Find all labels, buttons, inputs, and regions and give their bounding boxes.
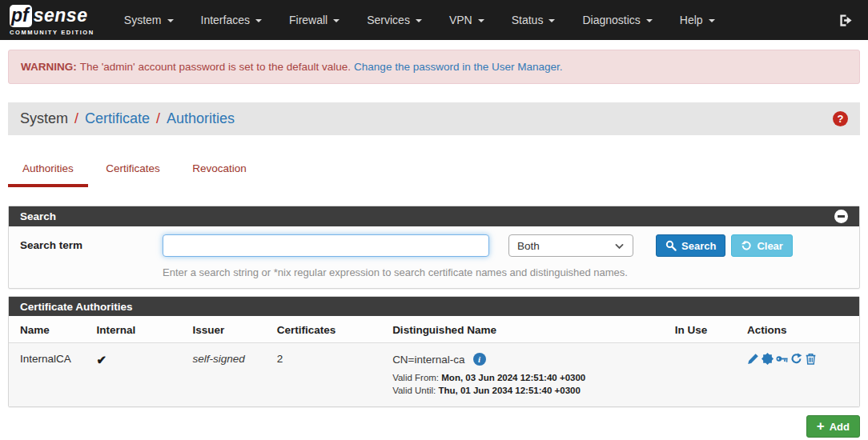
caret-down-icon bbox=[255, 19, 262, 22]
column-actions: Actions bbox=[736, 316, 859, 343]
search-help-text: Enter a search string or *nix regular ex… bbox=[163, 266, 848, 278]
column-distinguished-name: Distinguished Name bbox=[381, 316, 664, 343]
logo-sense-text: sense bbox=[34, 5, 88, 26]
menu-firewall[interactable]: Firewall bbox=[275, 0, 353, 40]
warning-message: The 'admin' account password is set to t… bbox=[80, 61, 351, 73]
search-panel: Search Search term Both Search Clear En bbox=[8, 206, 860, 289]
breadcrumb-separator: / bbox=[74, 110, 78, 127]
collapse-panel-icon[interactable] bbox=[834, 210, 848, 223]
caret-down-icon bbox=[549, 19, 555, 22]
export-ca-certificate-icon[interactable] bbox=[762, 353, 774, 365]
ca-panel-title: Certificate Authorities bbox=[20, 301, 133, 313]
ca-table: Name Internal Issuer Certificates Distin… bbox=[9, 316, 859, 406]
password-warning-alert: WARNING:The 'admin' account password is … bbox=[8, 50, 860, 84]
column-name: Name bbox=[9, 316, 86, 343]
top-navbar: pf sense COMMUNITY EDITION System Interf… bbox=[0, 0, 868, 40]
certificate-authorities-panel: Certificate Authorities Name Internal Is… bbox=[8, 296, 860, 407]
breadcrumb: System / Certificate / Authorities ? bbox=[8, 102, 860, 135]
menu-diagnostics[interactable]: Diagnostics bbox=[569, 0, 665, 40]
warning-prefix: WARNING: bbox=[21, 61, 77, 73]
ca-issuer-cell: self-signed bbox=[182, 343, 266, 407]
main-menu: System Interfaces Firewall Services VPN … bbox=[111, 0, 729, 40]
column-certificates: Certificates bbox=[266, 316, 381, 343]
chevron-down-icon bbox=[614, 241, 625, 251]
menu-vpn[interactable]: VPN bbox=[436, 0, 498, 40]
edit-ca-icon[interactable] bbox=[747, 353, 759, 365]
undo-icon bbox=[741, 240, 752, 251]
delete-ca-icon[interactable] bbox=[805, 353, 817, 365]
caret-down-icon bbox=[646, 19, 653, 22]
pfsense-logo[interactable]: pf sense COMMUNITY EDITION bbox=[10, 5, 94, 36]
search-icon bbox=[665, 240, 677, 251]
search-term-input[interactable] bbox=[163, 234, 489, 257]
ca-actions-cell bbox=[736, 343, 859, 407]
valid-until-value: Thu, 01 Jun 2034 12:51:40 +0300 bbox=[438, 386, 580, 395]
tab-bar: Authorities Certificates Revocation bbox=[8, 156, 860, 187]
sign-out-icon[interactable] bbox=[838, 13, 854, 28]
caret-down-icon bbox=[478, 19, 484, 22]
renew-ca-icon[interactable] bbox=[790, 353, 802, 365]
help-icon[interactable]: ? bbox=[833, 111, 848, 126]
clear-button[interactable]: Clear bbox=[731, 234, 793, 257]
valid-from-label: Valid From: bbox=[392, 373, 439, 382]
search-type-select[interactable]: Both bbox=[508, 234, 633, 257]
tab-certificates[interactable]: Certificates bbox=[91, 156, 175, 184]
column-in-use: In Use bbox=[664, 316, 736, 343]
tab-authorities[interactable]: Authorities bbox=[8, 156, 88, 187]
info-icon[interactable]: i bbox=[473, 353, 486, 366]
user-manager-link[interactable]: Change the password in the User Manager. bbox=[354, 61, 562, 73]
breadcrumb-separator: / bbox=[156, 110, 160, 127]
menu-help[interactable]: Help bbox=[666, 0, 729, 40]
search-button[interactable]: Search bbox=[656, 234, 725, 257]
menu-system[interactable]: System bbox=[111, 0, 187, 40]
search-term-label: Search term bbox=[20, 234, 163, 251]
table-row: InternalCA ✔ self-signed 2 CN=internal-c… bbox=[9, 343, 859, 407]
search-panel-header: Search bbox=[9, 206, 859, 226]
add-ca-button[interactable]: + Add bbox=[806, 415, 860, 438]
menu-interfaces[interactable]: Interfaces bbox=[187, 0, 275, 40]
ca-panel-header: Certificate Authorities bbox=[9, 297, 859, 316]
table-header-row: Name Internal Issuer Certificates Distin… bbox=[9, 316, 859, 343]
caret-down-icon bbox=[167, 19, 174, 22]
logo-pf-badge: pf bbox=[10, 5, 32, 27]
ca-in-use-cell bbox=[664, 343, 736, 407]
breadcrumb-certificate-link[interactable]: Certificate bbox=[85, 110, 150, 127]
ca-dn-value: CN=internal-ca bbox=[392, 354, 464, 366]
breadcrumb-authorities-link[interactable]: Authorities bbox=[167, 110, 235, 127]
check-icon: ✔ bbox=[97, 353, 107, 366]
valid-until-label: Valid Until: bbox=[392, 386, 436, 395]
export-ca-key-icon[interactable] bbox=[776, 353, 788, 365]
valid-from-value: Mon, 03 Jun 2024 12:51:40 +0300 bbox=[441, 373, 585, 382]
menu-services[interactable]: Services bbox=[353, 0, 436, 40]
plus-icon: + bbox=[817, 419, 825, 433]
caret-down-icon bbox=[333, 19, 340, 22]
breadcrumb-system: System bbox=[20, 110, 68, 127]
column-issuer: Issuer bbox=[182, 316, 266, 343]
ca-certificates-cell: 2 bbox=[266, 343, 381, 407]
search-type-selected-value: Both bbox=[517, 240, 540, 252]
logo-subtitle: COMMUNITY EDITION bbox=[10, 29, 94, 36]
tab-revocation[interactable]: Revocation bbox=[178, 156, 261, 184]
ca-name-cell: InternalCA bbox=[9, 343, 86, 407]
ca-internal-cell: ✔ bbox=[86, 343, 182, 407]
column-internal: Internal bbox=[86, 316, 182, 343]
search-panel-title: Search bbox=[20, 210, 56, 222]
caret-down-icon bbox=[416, 19, 422, 22]
ca-dn-cell: CN=internal-ca i Valid From: Mon, 03 Jun… bbox=[381, 343, 664, 407]
menu-status[interactable]: Status bbox=[498, 0, 569, 40]
caret-down-icon bbox=[709, 19, 715, 22]
